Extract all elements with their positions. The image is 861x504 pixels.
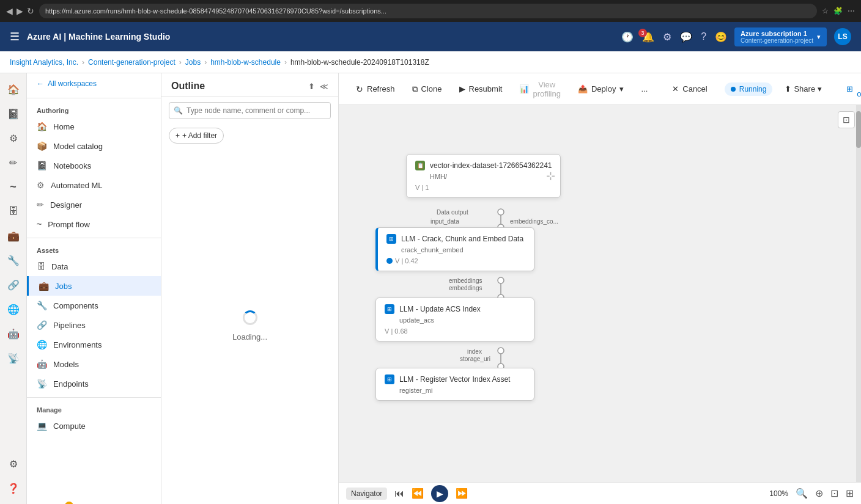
add-filter-button[interactable]: + + Add filter (169, 128, 224, 144)
sidebar-icon-prompt[interactable]: ~ (2, 176, 24, 198)
canvas-scrollbar[interactable] (856, 105, 861, 482)
star-icon[interactable]: ☆ (822, 7, 829, 15)
breadcrumb: Insight Analytics, Inc. › Content-genera… (0, 51, 861, 73)
node4-subtitle: register_mi (399, 387, 525, 394)
node4-title: LLM - Register Vector Index Asset (399, 375, 510, 384)
fit-to-screen-icon[interactable]: ⊡ (830, 488, 838, 499)
cancel-button[interactable]: ✕ Cancel (665, 81, 714, 97)
data-icon: 🗄 (37, 261, 45, 271)
grid-toggle-icon[interactable]: ⊞ (846, 488, 854, 499)
sidebar-item-jobs[interactable]: 💼 Jobs (27, 276, 161, 296)
sidebar-icon-bottom1[interactable]: ⚙ (2, 453, 24, 475)
outline-search: 🔍 (169, 102, 331, 119)
sidebar-icon-notebooks[interactable]: 📓 (2, 103, 24, 125)
share-outline-icon[interactable]: ⬆ (308, 82, 315, 91)
jobs-icon: 💼 (39, 281, 49, 291)
smiley-icon[interactable]: 😊 (715, 31, 727, 43)
sidebar-item-components[interactable]: 🔧 Components (27, 296, 161, 315)
sidebar-icon-home[interactable]: 🏠 (2, 78, 24, 100)
forward-icon[interactable]: ▶ (17, 6, 23, 16)
cancel-icon: ✕ (672, 84, 679, 93)
more-button[interactable]: ... (634, 81, 655, 97)
back-icon[interactable]: ◀ (6, 6, 13, 16)
nav-skip-back-icon[interactable]: ⏪ (412, 488, 424, 499)
collapse-outline-icon[interactable]: ≪ (320, 82, 328, 91)
sidebar-icon-designer[interactable]: ✏ (2, 152, 24, 173)
outline-filter: + + Add filter (161, 124, 338, 147)
sidebar-icon-jobs[interactable]: 💼 (2, 225, 24, 247)
breadcrumb-item-2[interactable]: Jobs (185, 58, 201, 67)
clone-icon: ⧉ (412, 84, 418, 94)
help-icon[interactable]: ? (701, 31, 706, 42)
nav-skip-forward-icon[interactable]: ⏩ (456, 488, 468, 499)
scrollbar-thumb[interactable] (856, 111, 861, 148)
compute-icon: 💻 (37, 421, 47, 431)
sidebar-divider-1 (27, 98, 161, 98)
feedback-icon[interactable]: 💬 (680, 31, 692, 43)
sidebar-item-automated-ml[interactable]: ⚙ Automated ML (27, 175, 161, 195)
sidebar-icon-pipelines[interactable]: 🔗 (2, 274, 24, 296)
outline-search-input[interactable] (169, 102, 331, 119)
sidebar-item-environments[interactable]: 🌐 Environments (27, 335, 161, 354)
canvas-area[interactable]: Data output input_data embeddings_co... … (339, 105, 861, 482)
connector-label-data-output: Data output (437, 209, 468, 216)
extensions-icon[interactable]: 🧩 (833, 7, 843, 15)
avatar[interactable]: LS (834, 28, 851, 45)
canvas-toolbar: ↻ Refresh ⧉ Clone ▶ Resubmit 📊 View prof… (339, 73, 861, 105)
notifications-icon[interactable]: 🔔3 (642, 31, 654, 43)
node1-subtitle: HMH/ (430, 173, 552, 180)
breadcrumb-item-0[interactable]: Insight Analytics, Inc. (10, 58, 78, 67)
clone-button[interactable]: ⧉ Clone (405, 81, 449, 98)
main-canvas: ↻ Refresh ⧉ Clone ▶ Resubmit 📊 View prof… (339, 73, 861, 504)
main-layout: 🏠 📓 ⚙ ✏ ~ 🗄 💼 🔧 🔗 🌐 🤖 📡 ⚙ ❓ ← All worksp… (0, 73, 861, 504)
node1-title: vector-index-dataset-1726654362241 (430, 161, 552, 170)
view-profiling-button[interactable]: 📊 View profiling (512, 76, 568, 102)
sidebar-item-compute[interactable]: 💻 Compute (27, 416, 161, 436)
settings-icon[interactable]: ⋯ (848, 7, 855, 15)
pipeline-node-llm3[interactable]: ⊞ LLM - Register Vector Index Asset regi… (375, 368, 534, 401)
sidebar-item-prompt-flow[interactable]: ~ Prompt flow (27, 214, 161, 234)
navigator-label: Navigator (346, 488, 387, 500)
breadcrumb-item-1[interactable]: Content-generation-project (88, 58, 176, 67)
sidebar-item-models[interactable]: 🤖 Models (27, 354, 161, 374)
node1-header: 📋 vector-index-dataset-1726654362241 (415, 161, 552, 170)
node1-drag-handle[interactable]: ⊹ (546, 169, 555, 183)
refresh-icon[interactable]: ↻ (27, 6, 34, 16)
gear-icon[interactable]: ⚙ (663, 31, 671, 43)
sidebar-icon-components[interactable]: 🔧 (2, 249, 24, 271)
sidebar-item-home[interactable]: 🏠 Home (27, 117, 161, 136)
nav-play-back-icon[interactable]: ⏮ (394, 488, 404, 499)
refresh-button[interactable]: ↻ Refresh (349, 81, 402, 98)
clock-icon[interactable]: 🕐 (621, 31, 634, 43)
sidebar-icon-environments[interactable]: 🌐 (2, 298, 24, 320)
sidebar-icon-data[interactable]: 🗄 (2, 200, 24, 222)
pipeline-node-llm1[interactable]: ⊞ LLM - Crack, Chunk and Embed Data crac… (375, 227, 534, 271)
sidebar-item-model-catalog[interactable]: 📦 Model catalog (27, 136, 161, 156)
sidebar-item-endpoints[interactable]: 📡 Endpoints (27, 374, 161, 393)
sidebar-item-notebooks[interactable]: 📓 Notebooks (27, 156, 161, 175)
nav-play-button[interactable]: ▶ (431, 485, 448, 502)
pipeline-node-dataset[interactable]: 📋 vector-index-dataset-1726654362241 HMH… (406, 154, 561, 198)
pipeline-node-llm2[interactable]: ⊞ LLM - Update ACS Index update_acs V | … (375, 298, 534, 341)
back-to-workspaces[interactable]: ← All workspaces (27, 73, 161, 94)
account-selector[interactable]: Azure subscription 1 Content-generation-… (734, 27, 827, 46)
sidebar-icon-endpoints[interactable]: 📡 (2, 347, 24, 369)
sidebar-icon-automl[interactable]: ⚙ (2, 127, 24, 149)
sidebar-icon-bottom2[interactable]: ❓ (2, 477, 24, 499)
address-bar[interactable]: https://ml.azure.com/runs/hmh-blob-w-sch… (39, 4, 817, 18)
resubmit-button[interactable]: ▶ Resubmit (452, 81, 510, 97)
zoom-out-icon[interactable]: 🔍 (796, 488, 808, 499)
breadcrumb-item-3[interactable]: hmh-blob-w-schedule (210, 58, 281, 67)
sidebar-item-pipelines[interactable]: 🔗 Pipelines (27, 315, 161, 335)
canvas-grid-button[interactable]: ⊡ (838, 111, 855, 128)
azure-topbar: ☰ Azure AI | Machine Learning Studio 🕐 🔔… (0, 22, 861, 51)
hamburger-icon[interactable]: ☰ (10, 30, 20, 43)
share-button[interactable]: ⬆ Share ▾ (777, 81, 829, 97)
sidebar-item-data[interactable]: 🗄 Data (27, 257, 161, 276)
sidebar-icon-models[interactable]: 🤖 (2, 323, 24, 345)
zoom-in-icon[interactable]: ⊕ (815, 488, 823, 499)
sidebar-item-designer[interactable]: ✏ Designer (27, 195, 161, 214)
sidebar-item-components-label: Components (53, 301, 98, 310)
job-overview-button[interactable]: ⊞ Job overview (839, 76, 861, 102)
deploy-button[interactable]: 📤 Deploy ▾ (571, 81, 631, 97)
